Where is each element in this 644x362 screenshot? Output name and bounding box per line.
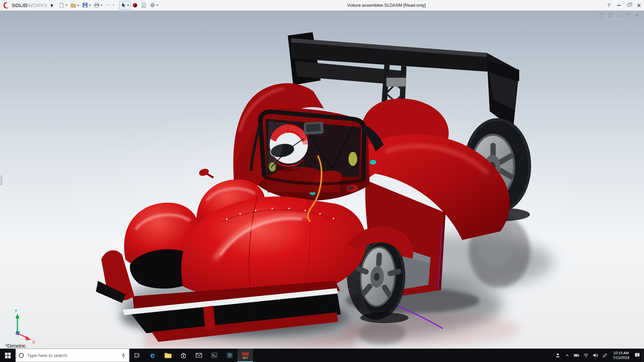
notification-count-badge: 2 bbox=[637, 353, 638, 356]
task-view-icon bbox=[134, 352, 141, 359]
restore-button[interactable] bbox=[624, 0, 634, 10]
cad-viewer-button[interactable] bbox=[222, 349, 237, 362]
open-icon bbox=[70, 2, 76, 8]
view-orientation-label: *Dimetric bbox=[5, 343, 26, 349]
new-document-button[interactable] bbox=[57, 1, 69, 10]
open-button[interactable] bbox=[69, 1, 80, 10]
cascade-icon bbox=[599, 13, 602, 17]
chevron-up-icon bbox=[565, 353, 570, 358]
dassault-logo-icon bbox=[3, 2, 10, 9]
start-button[interactable] bbox=[0, 349, 15, 362]
left-mirror-stalk bbox=[207, 174, 213, 178]
dropdown-caret-icon bbox=[89, 5, 91, 6]
save-button[interactable] bbox=[81, 1, 92, 10]
solidworks-app-icon: SW bbox=[241, 352, 249, 356]
store-icon bbox=[180, 352, 187, 359]
mail-icon bbox=[196, 353, 202, 358]
doc-tile-button[interactable] bbox=[607, 13, 612, 17]
people-icon bbox=[555, 353, 560, 358]
window-title: Voiture assemblee.SLDASM [Read-only] bbox=[347, 3, 426, 8]
doc-cascade-button[interactable] bbox=[598, 13, 603, 17]
close-icon bbox=[637, 3, 641, 7]
print-button[interactable] bbox=[93, 1, 104, 10]
document-window-controls bbox=[598, 13, 639, 17]
mirror-housing bbox=[304, 122, 324, 135]
help-button[interactable]: ? bbox=[604, 0, 614, 10]
windows-logo-icon bbox=[5, 353, 11, 358]
mail-button[interactable] bbox=[191, 349, 207, 362]
doc-minimize-icon bbox=[617, 16, 621, 16]
solidworks-taskbar-button[interactable]: SW 2017 bbox=[237, 349, 253, 362]
titlebar: SOLIDWORKS bbox=[0, 0, 644, 11]
options-gear-icon bbox=[150, 2, 155, 8]
people-button[interactable] bbox=[553, 349, 562, 362]
store-button[interactable] bbox=[176, 349, 191, 362]
select-cursor-icon bbox=[120, 2, 126, 8]
undo-button[interactable] bbox=[104, 1, 116, 10]
doc-restore-icon bbox=[627, 14, 629, 16]
rebuild-icon bbox=[132, 2, 138, 8]
new-document-icon bbox=[59, 2, 64, 8]
show-desktop-button[interactable] bbox=[642, 349, 644, 362]
doc-close-button[interactable] bbox=[635, 13, 639, 17]
search-input[interactable] bbox=[26, 353, 118, 358]
brand-text-works: WORKS bbox=[28, 2, 47, 8]
undo-icon bbox=[106, 2, 111, 8]
cad-viewer-icon bbox=[226, 352, 233, 359]
doc-minimize-button[interactable] bbox=[616, 13, 621, 17]
panel-splitter-tab[interactable] bbox=[0, 176, 2, 185]
wifi-icon bbox=[583, 353, 589, 358]
viewport-canvas[interactable]: Y X bbox=[0, 11, 644, 349]
tile-icon bbox=[608, 13, 611, 17]
teal-part bbox=[370, 160, 376, 165]
dropdown-caret-icon bbox=[127, 5, 129, 6]
microphone-icon[interactable] bbox=[121, 353, 126, 358]
command-prompt-icon bbox=[211, 352, 218, 359]
taskbar-clock[interactable]: 10:19 AM 7/13/2018 bbox=[609, 351, 633, 360]
quick-access-toolbar bbox=[57, 1, 160, 10]
graphics-viewport[interactable]: Y X *Dimetric bbox=[0, 11, 644, 349]
speaker-icon bbox=[593, 353, 598, 358]
file-explorer-button[interactable] bbox=[160, 349, 176, 362]
network-button[interactable] bbox=[581, 349, 591, 362]
dropdown-caret-icon bbox=[156, 5, 158, 6]
axis-x-label: X bbox=[32, 340, 35, 345]
battery-button[interactable] bbox=[572, 349, 581, 362]
system-tray: 10:19 AM 7/13/2018 2 bbox=[553, 349, 644, 362]
rebuild-button[interactable] bbox=[131, 1, 139, 10]
command-prompt-button[interactable] bbox=[207, 349, 222, 362]
taskbar-search[interactable] bbox=[15, 349, 129, 362]
pen-icon bbox=[602, 353, 607, 358]
close-button[interactable] bbox=[634, 0, 644, 10]
windows-ink-button[interactable] bbox=[600, 349, 609, 362]
edge-icon: e bbox=[150, 351, 155, 359]
battery-icon bbox=[574, 353, 580, 358]
clock-date: 7/13/2018 bbox=[613, 355, 629, 360]
print-icon bbox=[94, 2, 100, 8]
toolbar-expand-arrow[interactable] bbox=[51, 4, 53, 7]
center-pylon bbox=[203, 306, 215, 329]
action-center-button[interactable]: 2 bbox=[633, 349, 642, 362]
hidden-icons-button[interactable] bbox=[562, 349, 572, 362]
volume-button[interactable] bbox=[591, 349, 600, 362]
minimize-button[interactable] bbox=[614, 0, 624, 10]
orientation-triad: Y X bbox=[14, 308, 35, 345]
brand-text-solid: SOLID bbox=[12, 2, 28, 8]
solidworks-app-year: 2017 bbox=[243, 357, 248, 359]
options-button[interactable] bbox=[148, 1, 160, 10]
cortana-icon bbox=[19, 353, 24, 358]
solidworks-brand: SOLIDWORKS bbox=[3, 2, 48, 9]
help-label: ? bbox=[607, 3, 610, 8]
axis-y-label: Y bbox=[14, 308, 17, 313]
doc-restore-button[interactable] bbox=[626, 13, 630, 17]
file-properties-button[interactable] bbox=[140, 1, 148, 10]
file-properties-icon bbox=[141, 2, 147, 8]
select-tool-button[interactable] bbox=[119, 1, 130, 10]
doc-close-icon bbox=[635, 13, 639, 17]
dropdown-caret-icon bbox=[112, 5, 114, 6]
minimize-icon bbox=[617, 5, 621, 6]
dropdown-caret-icon bbox=[77, 5, 79, 6]
restore-icon bbox=[628, 4, 631, 7]
edge-button[interactable]: e bbox=[145, 349, 160, 362]
task-view-button[interactable] bbox=[129, 349, 145, 362]
